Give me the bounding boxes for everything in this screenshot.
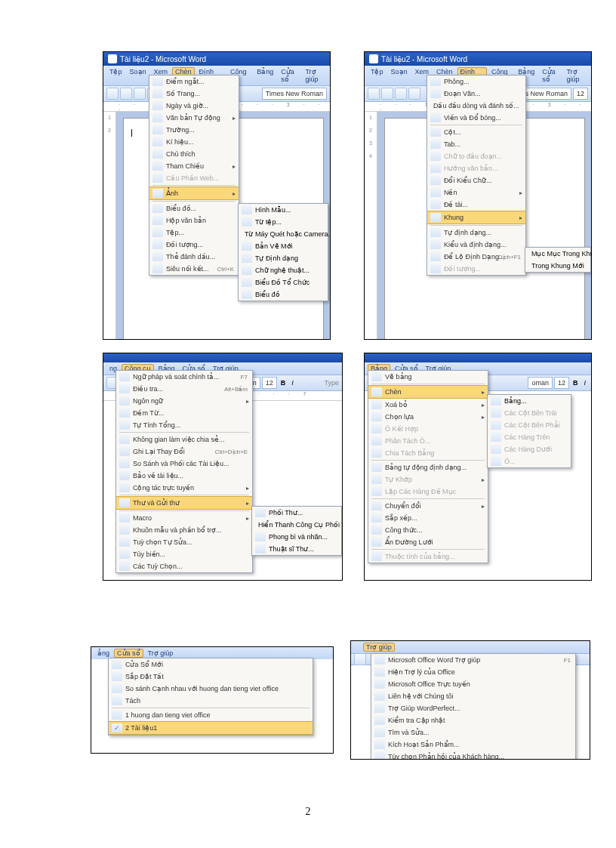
menu-item[interactable]: Hộp văn bản	[149, 214, 239, 227]
tools-mail-submenu[interactable]: Phối Thư...Hiển Thanh Công Cụ Phối ThưPh…	[251, 506, 342, 556]
menu-item[interactable]: Mục Mục Trong Khung	[525, 248, 590, 260]
menu-item[interactable]: Khung	[427, 211, 525, 224]
menu-item[interactable]: Đối tượng...	[149, 239, 239, 251]
menu-item[interactable]: Văn bản Tự động	[149, 112, 239, 124]
font-size-box[interactable]: 12	[262, 377, 277, 389]
menu-item[interactable]: Biểu đồ	[239, 288, 328, 301]
table-menu-dropdown[interactable]: Vẽ bảngChènXoá bỏChọn lựaÔ Kết HợpPhân T…	[368, 370, 488, 563]
menu-bang-partial[interactable]: ảng	[94, 649, 112, 658]
tb-icon[interactable]	[354, 653, 366, 665]
menu-item[interactable]: Xoá bỏ	[368, 399, 488, 411]
menu-item[interactable]: Kiểm tra Cập nhật	[371, 714, 575, 726]
menu-item[interactable]: Cửa Sổ Mới	[109, 658, 313, 671]
menu-item[interactable]: Điều tra...Alt+Bấm	[116, 383, 252, 395]
menu-item[interactable]: Ảnh	[149, 187, 239, 200]
tb-new-icon[interactable]	[106, 88, 119, 100]
menu-item[interactable]: Viền và Đổ bóng...	[427, 112, 525, 124]
menu-item[interactable]: Đổi Kiểu Chữ...	[427, 174, 525, 187]
menu-item[interactable]: Microsoft Office Trực tuyến	[371, 678, 575, 690]
menu-item[interactable]: Trong Khung Mới	[525, 260, 590, 272]
menu-item[interactable]: Kích Hoạt Sản Phẩm...	[371, 739, 575, 751]
tb-new-icon[interactable]	[368, 88, 380, 100]
menu-item[interactable]: Vẽ bảng	[368, 371, 488, 383]
menu-item[interactable]: Tệp...	[149, 227, 239, 239]
menu-item[interactable]: Thẻ đánh dấu...	[149, 251, 239, 263]
font-name-box[interactable]: Times New Roman	[262, 88, 327, 100]
menu-item[interactable]: Ngôn ngữ	[116, 395, 252, 407]
menu-item[interactable]: Bảng tự động định dạng...	[368, 461, 488, 473]
window-menu-dropdown[interactable]: Cửa Sổ MớiSắp Đặt TấtSo sánh Cạnh nhau v…	[108, 658, 313, 735]
menu-item[interactable]: Để Lộ Định Dạng...Dịch+F1	[427, 251, 525, 263]
menu-tep[interactable]: Tệp	[368, 67, 387, 84]
tb-print-icon[interactable]	[408, 88, 420, 100]
menu-item[interactable]: Phong bì và nhãn...	[252, 531, 341, 543]
menu-item[interactable]: Kí hiệu...	[149, 136, 239, 148]
menu-item[interactable]: Các Tuỳ Chọn...	[116, 560, 252, 572]
menu-item[interactable]: Nền	[427, 187, 525, 199]
menu-item[interactable]: Khuôn mẫu và phần bổ trợ...	[116, 524, 252, 536]
font-size-box[interactable]: 12	[554, 377, 569, 389]
menu-soan[interactable]: Soạn	[127, 67, 149, 84]
menu-trogiup[interactable]: Trợ giúp	[363, 643, 395, 652]
menu-item[interactable]: Biểu đồ...	[149, 202, 239, 214]
menu-item[interactable]: Tùy chọn Phản hồi của Khách hàng...	[371, 751, 575, 760]
menu-item[interactable]: Liên hệ với Chúng tôi	[371, 690, 575, 702]
menu-item[interactable]: Thuật sĩ Thư...	[252, 543, 341, 555]
menu-item[interactable]: Macro	[116, 512, 252, 524]
menu-item[interactable]: Tham Chiếu	[149, 160, 239, 172]
menu-item[interactable]: Tab...	[427, 138, 525, 150]
menu-item[interactable]: Phông...	[427, 76, 525, 88]
menu-item[interactable]: Ngày và giờ...	[149, 100, 239, 112]
insert-image-submenu[interactable]: Hình Mẫu...Từ tệp...Từ Máy Quét hoặc Cam…	[238, 203, 328, 301]
menu-item[interactable]: Từ Máy Quét hoặc Camera...	[239, 228, 328, 240]
menu-item[interactable]: 1 huong dan tieng viet office	[109, 709, 313, 721]
menu-item[interactable]: Ghi Lại Thay ĐổiCtrl+Dịch+E	[116, 446, 252, 458]
menu-item[interactable]: Siêu nối kết...Ctrl+K	[149, 263, 239, 275]
tb-open-icon[interactable]	[381, 88, 393, 100]
menu-item[interactable]: Bảng...	[488, 395, 571, 407]
menu-item[interactable]: Từ tệp...	[239, 216, 328, 228]
menu-item[interactable]: Cộng tác trực tuyến	[116, 482, 252, 494]
italic-icon[interactable]: I	[581, 379, 588, 387]
menu-item[interactable]: Ngữ pháp và soát chính tả...F7	[116, 371, 252, 383]
font-size-box[interactable]: 12	[573, 88, 588, 100]
insert-menu-dropdown[interactable]: Điểm ngắt...Số Trang...Ngày và giờ...Văn…	[149, 75, 239, 276]
menu-item[interactable]: Hiện Trợ lý của Office	[371, 666, 575, 678]
menu-item[interactable]: So Sánh và Phối các Tài Liệu...	[116, 458, 252, 470]
menu-item[interactable]: Thư và Gửi thư	[116, 496, 252, 510]
menu-item[interactable]: Tự định dạng...	[427, 227, 525, 239]
tb-save-icon[interactable]	[395, 88, 407, 100]
menu-soan[interactable]: Soạn	[388, 67, 411, 84]
tb-save-icon[interactable]	[134, 88, 146, 100]
menu-item[interactable]: Kiểu và định dạng...	[427, 239, 525, 251]
menu-cuaso[interactable]: Cửa sổ	[114, 649, 143, 658]
menu-item[interactable]: Dấu đầu dòng và đánh số...	[427, 100, 525, 112]
menu-item[interactable]: Sắp Đặt Tất	[109, 671, 313, 683]
menu-item[interactable]: Biểu Đồ Tổ Chức	[239, 276, 328, 288]
format-menu-dropdown[interactable]: Phông...Đoạn Văn...Dấu đầu dòng và đánh …	[427, 75, 526, 276]
menu-item[interactable]: Tự Tính Tổng...	[116, 419, 252, 431]
menu-item[interactable]: Đếm Từ...	[116, 407, 252, 419]
menu-item[interactable]: Chuyển đổi	[368, 500, 488, 512]
menu-item[interactable]: Công thức...	[368, 524, 488, 536]
bold-icon[interactable]: B	[279, 379, 288, 387]
menu-trogiup[interactable]: Trợ giúp	[145, 649, 177, 658]
menu-tep[interactable]: Tệp	[106, 67, 125, 84]
menu-item[interactable]: So sánh Cạnh nhau với huong dan tieng vi…	[109, 683, 313, 695]
menu-item[interactable]: Hình Mẫu...	[239, 204, 328, 216]
menu-item[interactable]: Trợ Giúp WordPerfect...	[371, 702, 575, 714]
menu-item[interactable]: Số Trang...	[149, 88, 239, 100]
menu-item[interactable]: Trường...	[149, 124, 239, 136]
menu-trogiup[interactable]: Trợ giúp	[563, 67, 588, 84]
menu-item[interactable]: Chọn lựa	[368, 411, 488, 423]
menu-item[interactable]: Tách	[109, 695, 313, 707]
menu-item[interactable]: Microsoft Office Word Trợ giúpF1	[371, 654, 575, 666]
menu-cuaso[interactable]: Cửa sổ	[278, 67, 300, 84]
menu-item[interactable]: Chèn	[368, 385, 488, 399]
menu-bang[interactable]: Bảng	[254, 67, 276, 84]
menu-item[interactable]: Bảo về tài liệu...	[116, 470, 252, 482]
menu-item[interactable]: Bản Vẽ Mới	[239, 240, 328, 252]
menu-item[interactable]: Phối Thư...	[252, 507, 341, 519]
menu-item[interactable]: Hiển Thanh Công Cụ Phối Thư	[252, 519, 341, 531]
menu-item[interactable]: Đoạn Văn...	[427, 88, 525, 100]
